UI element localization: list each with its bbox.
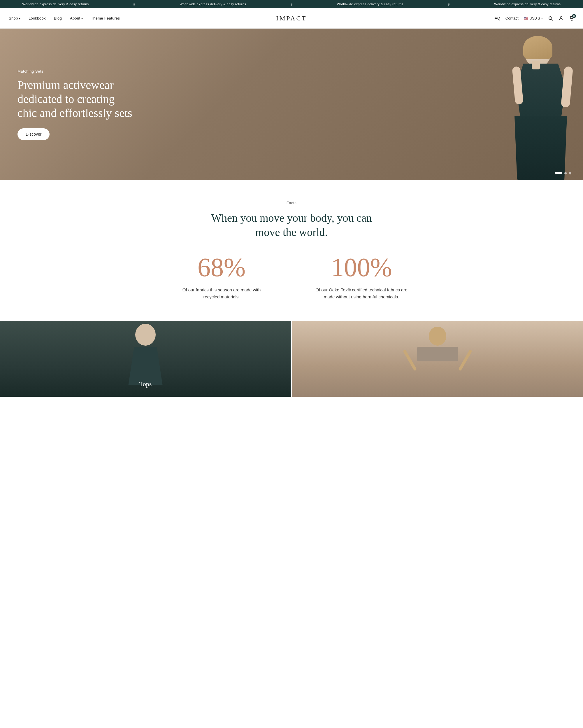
hero-dot-1[interactable]	[555, 172, 562, 174]
logo[interactable]: IMPACT	[276, 15, 307, 22]
hero-title: Premium activewear dedicated to creating…	[18, 78, 134, 120]
announcement-text-2: Worldwide express delivery & easy return…	[179, 2, 246, 6]
announcement-text-3: Worldwide express delivery & easy return…	[337, 2, 404, 6]
announcement-item-1: Worldwide express delivery & easy return…	[23, 2, 89, 6]
announcement-item-3: Worldwide express delivery & easy return…	[337, 2, 404, 6]
nav-lookbook[interactable]: Lookbook	[29, 16, 46, 20]
svg-point-4	[573, 20, 573, 20]
hero-figure	[449, 29, 583, 180]
currency-selector[interactable]: 🇺🇸 USD $ ▾	[524, 16, 543, 20]
hero-dot-2[interactable]	[564, 172, 567, 175]
collection-tops[interactable]: Tops	[0, 321, 291, 397]
hero-image-area	[262, 29, 583, 180]
hero-section: Matching Sets Premium activewear dedicat…	[0, 29, 583, 180]
facts-stats: 68% Of our fabrics this season are made …	[12, 254, 571, 301]
stat-item-2: 100% Of our Oeko-Tex® certified technica…	[292, 254, 432, 301]
announcement-dot-1: •	[134, 3, 135, 5]
cart-count: 0	[572, 14, 576, 18]
facts-section: Facts When you move your body, you can m…	[0, 180, 583, 315]
announcement-item-4: Worldwide express delivery & easy return…	[494, 2, 560, 6]
svg-line-1	[552, 19, 553, 20]
stat-number-2: 100%	[300, 254, 423, 281]
announcement-text-4: Worldwide express delivery & easy return…	[494, 2, 560, 6]
svg-point-3	[571, 20, 572, 20]
announcement-text-1: Worldwide express delivery & easy return…	[23, 2, 89, 6]
svg-point-2	[560, 17, 562, 18]
nav-theme-features[interactable]: Theme Features	[91, 16, 120, 20]
nav-faq[interactable]: FAQ	[493, 16, 500, 20]
collections-section: Tops	[0, 321, 583, 397]
nav-about[interactable]: About	[70, 16, 83, 20]
svg-point-0	[549, 17, 552, 20]
nav-blog[interactable]: Blog	[54, 16, 62, 20]
flag-icon: 🇺🇸	[524, 16, 528, 20]
announcement-bar: Worldwide express delivery & easy return…	[0, 0, 583, 8]
stat-desc-2: Of our Oeko-Tex® certified technical fab…	[315, 286, 408, 301]
hero-subtitle: Matching Sets	[18, 69, 134, 74]
hero-dots	[555, 172, 571, 175]
collection-second[interactable]	[292, 321, 583, 397]
discover-button[interactable]: Discover	[18, 128, 50, 140]
announcement-dot-3: •	[448, 3, 449, 5]
hero-dot-3[interactable]	[569, 172, 571, 175]
cart-button[interactable]: 0	[569, 16, 574, 21]
stat-desc-1: Of our fabrics this season are made with…	[175, 286, 268, 301]
stat-number-1: 68%	[160, 254, 283, 281]
nav-contact[interactable]: Contact	[505, 16, 519, 20]
header: Shop Lookbook Blog About Theme Features …	[0, 8, 583, 29]
search-button[interactable]	[548, 16, 553, 21]
collection-tops-label: Tops	[139, 380, 151, 388]
facts-label: Facts	[12, 201, 571, 205]
currency-dropdown-icon: ▾	[541, 17, 543, 20]
announcement-dot-2: •	[291, 3, 293, 5]
account-button[interactable]	[558, 16, 564, 21]
currency-text: USD $	[530, 16, 540, 20]
announcement-item-2: Worldwide express delivery & easy return…	[179, 2, 246, 6]
nav-right: FAQ Contact 🇺🇸 USD $ ▾ 0	[493, 16, 574, 21]
facts-headline: When you move your body, you can move th…	[204, 211, 379, 240]
nav-shop[interactable]: Shop	[9, 16, 20, 20]
hero-content: Matching Sets Premium activewear dedicat…	[0, 69, 151, 140]
logo-text: IMPACT	[276, 15, 307, 22]
stat-item-1: 68% Of our fabrics this season are made …	[151, 254, 292, 301]
nav-left: Shop Lookbook Blog About Theme Features	[9, 16, 120, 20]
collection-second-figure	[406, 327, 470, 397]
